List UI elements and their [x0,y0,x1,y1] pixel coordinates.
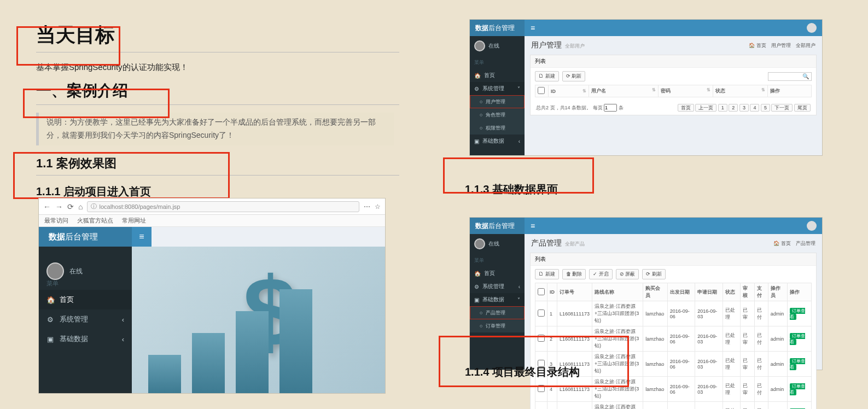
refresh-button[interactable]: ⟳ 刷新 [562,71,586,81]
gear-icon: ⚙ [474,284,479,290]
view-order-button[interactable]: 订单查看 [790,308,805,320]
page-4[interactable]: 4 [750,104,759,112]
page-1[interactable]: 1 [718,104,727,112]
brand: 数据 后台管理 [470,218,525,234]
page-prev[interactable]: 上一页 [695,104,716,112]
select-all-checkbox[interactable] [538,87,545,94]
view-order-button[interactable]: 订单查看 [790,358,805,370]
sidebar-item-home[interactable]: 🏠首页 [470,267,525,280]
sidebar-item-label: 基础数据 [482,137,504,145]
avatar [474,238,485,249]
col-status[interactable]: 状态⇅ [713,85,767,97]
refresh-button[interactable]: ⟳ 刷新 [642,269,666,279]
more-icon[interactable]: ⋯ [364,203,370,211]
brand: 数据 后台管理 [470,20,525,36]
sidebar-item-user[interactable]: ○用户管理 [470,95,525,108]
back-icon[interactable]: ← [43,202,51,211]
col-id[interactable]: ID [547,283,557,301]
sidebar-item-base[interactable]: ▣基础数据‹ [470,135,525,148]
page-first[interactable]: 首页 [678,104,694,112]
col-orderno[interactable]: 订单号 [557,283,592,301]
col-apply[interactable]: 申请日期 [695,283,723,301]
chevron-down-icon: ˅ [517,86,520,92]
col-username[interactable]: 用户名⇅ [589,85,658,97]
sidebar-item-home[interactable]: 🏠 首页 [39,290,132,309]
sidebar-item-label: 基础数据 [60,334,88,344]
user-status: 在线 [69,267,83,276]
bookmark-most[interactable]: 最常访问 [44,217,68,225]
brand-strong: 数据 [475,221,488,231]
sidebar-item-label: 角色管理 [486,112,505,119]
col-audit[interactable]: 审核 [741,283,754,301]
page-5[interactable]: 5 [761,104,770,112]
page-3[interactable]: 3 [739,104,749,112]
sidebar-item-system[interactable]: ⚙ 系统管理 ‹ [39,309,132,329]
hamburger-icon[interactable]: ≡ [525,24,541,32]
dashboard-icon: 🏠 [46,296,54,304]
col-pay[interactable]: 支付 [754,283,768,301]
dashboard-canvas: $ [132,247,385,393]
bookmark-firefox[interactable]: 火狐官方站点 [77,217,113,225]
new-button[interactable]: 🗋 新建 [535,269,559,279]
sidebar-item-label: 系统管理 [482,85,504,92]
close-button[interactable]: ⊘ 屏蔽 [616,269,639,279]
row-checkbox[interactable] [538,309,545,317]
col-route[interactable]: 路线名称 [592,283,643,301]
sidebar-item-product[interactable]: ○产品管理 [470,306,525,319]
sidebar-item-order[interactable]: ○订单管理 [470,319,525,332]
new-button[interactable]: 🗋 新建 [535,71,559,81]
col-dep[interactable]: 出发日期 [667,283,695,301]
view-order-button[interactable]: 订单查看 [790,383,805,395]
breadcrumb: 🏠 首页 用户管理 全部用户 [749,42,815,49]
page-2[interactable]: 2 [729,104,738,112]
page-next[interactable]: 下一页 [771,104,793,112]
cube-icon: ▣ [474,297,479,303]
page-summary: 总共2 页，共14 条数据。 每页 条 [536,104,624,112]
col-oper[interactable]: 操作员 [768,283,788,301]
chevron-left-icon: ‹ [122,335,124,343]
table-row: 1L1608111173温泉之旅·江西婺源+三清山3日跟团游(3钻)lamzha… [535,301,812,326]
forward-icon[interactable]: → [55,202,63,211]
panel-title: 列表 [531,253,816,266]
pagesize-input[interactable] [604,104,617,112]
search-input[interactable]: 🔍 [768,72,812,81]
sidebar-item-label: 系统管理 [482,283,504,290]
data-table: ID⇅ 用户名⇅ 密码⇅ 状态⇅ 操作 [535,85,812,97]
avatar[interactable] [807,23,817,33]
hamburger-icon[interactable]: ≡ [525,221,541,230]
view-order-button[interactable]: 订单查看 [790,333,805,345]
star-icon[interactable]: ☆ [375,203,381,211]
sidebar-item-perm[interactable]: ○权限管理 [470,121,525,135]
home-icon: 🏠 [773,241,779,246]
brand: 数据 后台管理 [39,227,132,247]
sidebar-item-system[interactable]: ⚙系统管理‹ [470,280,525,293]
sidebar-item-role[interactable]: ○角色管理 [470,108,525,121]
screenshot-user-mgmt: 数据 后台管理 ≡ 在线 菜单 🏠首页 ⚙系统管理˅ ○用户管理 ○角色管理 ○… [469,19,823,156]
open-button[interactable]: ✓ 开启 [589,269,613,279]
select-all-checkbox[interactable] [538,288,545,295]
reload-icon[interactable]: ⟳ [67,202,74,211]
home-icon[interactable]: ⌂ [78,202,83,211]
sidebar-item-base[interactable]: ▣ 基础数据 ‹ [39,329,132,349]
sidebar-item-system[interactable]: ⚙系统管理˅ [470,82,525,95]
sidebar-item-label: 系统管理 [60,314,88,324]
col-id[interactable]: ID⇅ [549,85,589,97]
breadcrumb: 🏠 首页 产品管理 [773,240,815,247]
sidebar-item-label: 基础数据 [482,296,504,303]
col-state[interactable]: 状态 [723,283,740,301]
hamburger-icon[interactable]: ≡ [132,227,152,247]
sidebar-item-base[interactable]: ▣基础数据˅ [470,293,525,306]
col-buyer[interactable]: 购买会员 [643,283,668,301]
avatar[interactable] [807,221,817,231]
bookmark-common[interactable]: 常用网址 [122,217,146,225]
panel-title: 列表 [531,55,816,68]
url-bar[interactable]: ⓘ localhost:8080/pages/main.jsp [87,201,359,212]
sidebar-item-home[interactable]: 🏠首页 [470,69,525,82]
page-last[interactable]: 尾页 [794,104,811,112]
col-password[interactable]: 密码⇅ [658,85,713,97]
brand-rest: 后台管理 [488,221,515,231]
user-status: 在线 [488,42,499,50]
sidebar-item-label: 首页 [60,295,74,305]
cube-icon: ▣ [46,335,54,343]
delete-button[interactable]: 🗑 删除 [562,269,586,279]
